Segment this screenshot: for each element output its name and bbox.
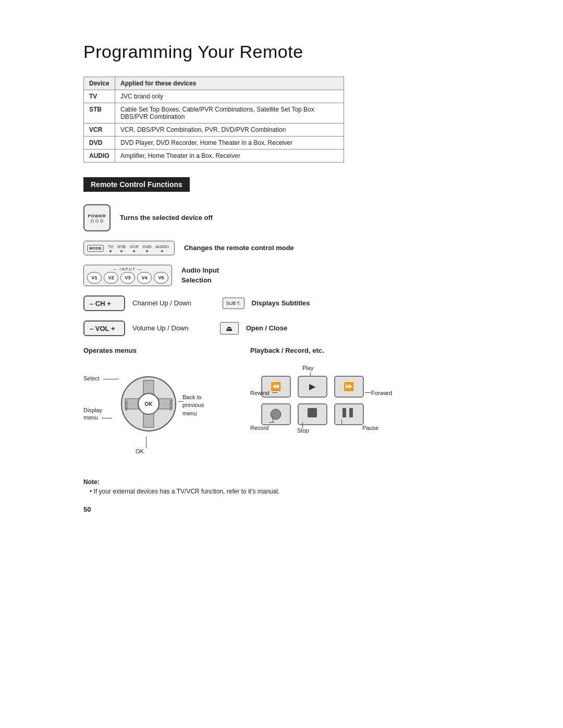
table-cell-applied: Amplifier, Home Theater in a Box, Receiv… bbox=[115, 150, 344, 163]
table-cell-applied: VCR, DBS/PVR Combination, PVR, DVD/PVR C… bbox=[115, 124, 344, 137]
vol-open-row: – VOL + Volume Up / Down ⏏ Open / Close bbox=[83, 320, 480, 336]
table-row: DVDDVD Player, DVD Recorder, Home Theate… bbox=[84, 137, 344, 150]
svg-text:▶: ▶ bbox=[309, 382, 316, 391]
table-header-device: Device bbox=[84, 77, 115, 90]
dpad-diagram: Operates menus OK MENU bbox=[83, 347, 219, 464]
table-row: VCRVCR, DBS/PVR Combination, PVR, DVD/PV… bbox=[84, 124, 344, 137]
function-mode: MODE TV STB VCR DVD AUDIO Changes the re… bbox=[83, 241, 480, 255]
open-close-item: ⏏ Open / Close bbox=[220, 322, 287, 335]
input-label: Audio Input Selection bbox=[181, 266, 219, 285]
note-section: Note: If your external devices has a TV/… bbox=[83, 478, 480, 495]
svg-text:MENU: MENU bbox=[169, 400, 173, 411]
dpad-select-label: Select bbox=[83, 375, 119, 381]
table-cell-device: VCR bbox=[84, 124, 115, 137]
ch-item: – CH + Channel Up / Down bbox=[83, 295, 191, 311]
function-input: — INPUT — V1V2V3V4V5 Audio Input Selecti… bbox=[83, 265, 480, 286]
section-heading: Remote Control Functions bbox=[83, 177, 480, 204]
table-cell-device: DVD bbox=[84, 137, 115, 150]
diagrams-row: Operates menus OK MENU bbox=[83, 347, 480, 464]
note-item: If your external devices has a TV/VCR fu… bbox=[83, 488, 480, 495]
input-v-button: V2 bbox=[104, 272, 118, 283]
page-title: Programming Your Remote bbox=[83, 42, 480, 62]
device-table: Device Applied for these devices TVJVC b… bbox=[83, 77, 344, 163]
vol-item: – VOL + Volume Up / Down bbox=[83, 320, 189, 336]
input-v-button: V4 bbox=[137, 272, 152, 283]
table-row: AUDIOAmplifier, Home Theater in a Box, R… bbox=[84, 150, 344, 163]
dpad-back-label: Back topreviousmenu bbox=[182, 393, 204, 417]
svg-rect-21 bbox=[349, 408, 353, 417]
open-close-label: Open / Close bbox=[246, 324, 287, 333]
svg-rect-19 bbox=[335, 404, 363, 425]
dpad-back-line bbox=[178, 401, 183, 402]
pb-play-label: Play bbox=[302, 365, 313, 371]
subt-button-illustration: SUB T. bbox=[223, 298, 244, 309]
table-cell-device: TV bbox=[84, 90, 115, 103]
table-row: STBCable Set Top Boxes, Cable/PVR Combin… bbox=[84, 103, 344, 124]
pb-rewind-label: Rewind bbox=[250, 390, 270, 396]
svg-text:MENU: MENU bbox=[125, 400, 128, 411]
pb-stop-label: Stop bbox=[297, 427, 309, 434]
mode-button-illustration: MODE TV STB VCR DVD AUDIO bbox=[83, 241, 175, 255]
table-row: TVJVC brand only bbox=[84, 90, 344, 103]
eject-button-illustration: ⏏ bbox=[220, 322, 239, 335]
pb-forward-label: Forward bbox=[371, 390, 392, 396]
ch-label: Channel Up / Down bbox=[132, 299, 191, 308]
dpad-display-label: Displaymenu bbox=[83, 406, 112, 422]
vol-label: Volume Up / Down bbox=[132, 324, 189, 333]
ch-button-illustration: – CH + bbox=[83, 295, 125, 311]
pb-record-label: Record bbox=[250, 425, 268, 431]
dpad-ok-line bbox=[146, 437, 146, 448]
svg-rect-20 bbox=[342, 408, 346, 417]
subt-item: SUB T. Displays Subtitles bbox=[223, 298, 310, 309]
input-v-button: V5 bbox=[154, 272, 168, 283]
pb-pause-label: Pause bbox=[362, 425, 378, 431]
table-cell-device: STB bbox=[84, 103, 115, 124]
power-dot bbox=[95, 219, 99, 223]
dpad-title: Operates menus bbox=[83, 347, 137, 354]
svg-text:OK: OK bbox=[145, 401, 153, 407]
vol-button-illustration: – VOL + bbox=[83, 320, 125, 336]
table-cell-device: AUDIO bbox=[84, 150, 115, 163]
page-number: 50 bbox=[83, 505, 480, 513]
table-cell-applied: DVD Player, DVD Recorder, Home Theater i… bbox=[115, 137, 344, 150]
dpad-ok-label: OK bbox=[136, 448, 144, 454]
playback-diagram: Playback / Record, etc. ⏪ ▶ ⏩ bbox=[250, 347, 407, 464]
note-title: Note: bbox=[83, 478, 480, 486]
power-dot bbox=[91, 219, 94, 223]
power-label: Turns the selected device off bbox=[120, 213, 213, 223]
table-header-applied: Applied for these devices bbox=[115, 77, 344, 90]
dpad-svg: OK MENU MENU bbox=[120, 375, 177, 433]
power-button-illustration: POWER bbox=[83, 204, 111, 231]
playback-svg: ⏪ ▶ ⏩ bbox=[261, 375, 365, 438]
input-v-button: V1 bbox=[87, 272, 102, 283]
table-cell-applied: JVC brand only bbox=[115, 90, 344, 103]
function-power: POWER Turns the selected device off bbox=[83, 204, 480, 231]
svg-text:⏩: ⏩ bbox=[344, 381, 354, 391]
svg-text:⏪: ⏪ bbox=[271, 381, 281, 391]
svg-rect-18 bbox=[308, 408, 317, 417]
ch-subt-row: – CH + Channel Up / Down SUB T. Displays… bbox=[83, 295, 480, 311]
subt-label: Displays Subtitles bbox=[252, 299, 310, 308]
input-button-illustration: — INPUT — V1V2V3V4V5 bbox=[83, 265, 172, 286]
input-v-button: V3 bbox=[120, 272, 135, 283]
svg-point-16 bbox=[271, 409, 281, 419]
playback-title: Playback / Record, etc. bbox=[250, 347, 324, 354]
power-dot bbox=[100, 219, 103, 223]
table-cell-applied: Cable Set Top Boxes, Cable/PVR Combinati… bbox=[115, 103, 344, 124]
mode-label: Changes the remote control mode bbox=[184, 243, 294, 253]
